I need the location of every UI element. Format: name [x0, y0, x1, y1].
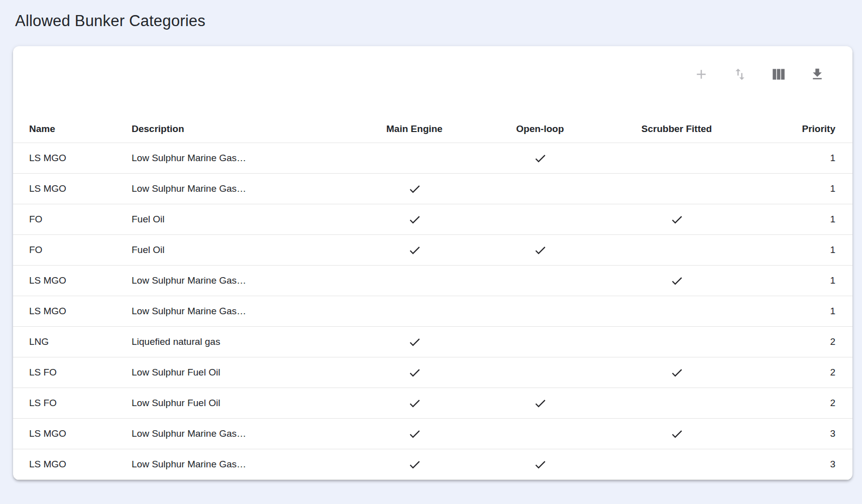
sort-arrows-icon	[732, 67, 747, 82]
check-icon	[408, 335, 421, 349]
cell-priority: 1	[750, 214, 835, 225]
download-button[interactable]	[806, 63, 828, 85]
check-icon	[408, 243, 421, 257]
table-row[interactable]: LS MGO Low Sulphur Marine Gas… 3	[13, 419, 852, 449]
cell-main-engine	[352, 335, 477, 349]
cell-main-engine	[352, 458, 477, 471]
column-header-open-loop[interactable]: Open-loop	[477, 123, 603, 135]
cell-main-engine	[352, 397, 477, 410]
table-row[interactable]: LS MGO Low Sulphur Marine Gas… 3	[13, 449, 852, 480]
bunker-categories-card: Name Description Main Engine Open-loop S…	[13, 46, 852, 480]
table-row[interactable]: LS MGO Low Sulphur Marine Gas… 1	[13, 296, 852, 327]
cell-description: Fuel Oil	[132, 214, 352, 225]
cell-priority: 2	[750, 398, 835, 409]
cell-priority: 1	[750, 244, 835, 256]
check-icon	[408, 213, 421, 226]
cell-priority: 2	[750, 367, 835, 378]
check-icon	[670, 366, 684, 380]
cell-name: LS MGO	[29, 183, 132, 194]
column-header-scrubber-fitted[interactable]: Scrubber Fitted	[603, 123, 750, 135]
column-header-name[interactable]: Name	[29, 123, 132, 135]
table-row[interactable]: LS FO Low Sulphur Fuel Oil 2	[13, 357, 852, 388]
check-icon	[533, 458, 547, 471]
cell-name: LS MGO	[29, 306, 132, 317]
cell-main-engine	[352, 182, 477, 196]
cell-name: FO	[29, 244, 132, 256]
plus-icon	[694, 67, 709, 82]
cell-description: Low Sulphur Fuel Oil	[132, 398, 352, 409]
cell-main-engine	[352, 243, 477, 257]
cell-description: Low Sulphur Marine Gas…	[132, 183, 352, 194]
cell-name: LNG	[29, 336, 132, 347]
cell-open-loop	[477, 397, 603, 410]
cell-priority: 1	[750, 183, 835, 194]
page: Allowed Bunker Categories	[0, 0, 862, 480]
cell-open-loop	[477, 458, 603, 471]
column-header-main-engine[interactable]: Main Engine	[352, 123, 477, 135]
table-row[interactable]: LS MGO Low Sulphur Marine Gas… 1	[13, 266, 852, 296]
check-icon	[408, 397, 421, 410]
table-row[interactable]: LS MGO Low Sulphur Marine Gas… 1	[13, 143, 852, 174]
check-icon	[670, 427, 684, 441]
add-button[interactable]	[690, 63, 712, 85]
download-icon	[810, 67, 825, 82]
cell-scrubber-fitted	[603, 427, 750, 441]
columns-icon	[771, 67, 786, 82]
table-row[interactable]: FO Fuel Oil 1	[13, 235, 852, 266]
cell-priority: 3	[750, 459, 835, 470]
sort-button[interactable]	[729, 63, 751, 85]
column-header-priority[interactable]: Priority	[750, 123, 835, 135]
cell-description: Low Sulphur Marine Gas…	[132, 153, 352, 164]
cell-name: LS MGO	[29, 428, 132, 439]
cell-priority: 1	[750, 306, 835, 317]
cell-description: Fuel Oil	[132, 244, 352, 256]
table-row[interactable]: LS MGO Low Sulphur Marine Gas… 1	[13, 174, 852, 204]
cell-priority: 2	[750, 336, 835, 347]
cell-description: Liquefied natural gas	[132, 336, 352, 347]
check-icon	[533, 152, 547, 165]
cell-priority: 3	[750, 428, 835, 439]
check-icon	[408, 458, 421, 471]
cell-scrubber-fitted	[603, 366, 750, 380]
column-header-description[interactable]: Description	[132, 123, 352, 135]
table-row[interactable]: LNG Liquefied natural gas 2	[13, 327, 852, 357]
table-body: LS MGO Low Sulphur Marine Gas… 1 LS MGO	[13, 143, 852, 480]
cell-main-engine	[352, 366, 477, 380]
cell-open-loop	[477, 152, 603, 165]
cell-description: Low Sulphur Marine Gas…	[132, 459, 352, 470]
check-icon	[533, 243, 547, 257]
columns-button[interactable]	[768, 63, 790, 85]
check-icon	[670, 274, 684, 288]
check-icon	[408, 182, 421, 196]
check-icon	[408, 366, 421, 380]
cell-name: FO	[29, 214, 132, 225]
cell-name: LS FO	[29, 398, 132, 409]
page-title: Allowed Bunker Categories	[15, 11, 852, 31]
cell-scrubber-fitted	[603, 274, 750, 288]
table-toolbar	[13, 46, 852, 115]
cell-main-engine	[352, 427, 477, 441]
check-icon	[670, 213, 684, 226]
cell-priority: 1	[750, 153, 835, 164]
table-header-row: Name Description Main Engine Open-loop S…	[13, 115, 852, 143]
cell-name: LS MGO	[29, 275, 132, 286]
cell-name: LS MGO	[29, 153, 132, 164]
cell-description: Low Sulphur Marine Gas…	[132, 306, 352, 317]
check-icon	[408, 427, 421, 441]
cell-scrubber-fitted	[603, 213, 750, 226]
cell-open-loop	[477, 243, 603, 257]
cell-main-engine	[352, 213, 477, 226]
cell-priority: 1	[750, 275, 835, 286]
cell-description: Low Sulphur Marine Gas…	[132, 275, 352, 286]
cell-name: LS MGO	[29, 459, 132, 470]
check-icon	[533, 397, 547, 410]
cell-name: LS FO	[29, 367, 132, 378]
cell-description: Low Sulphur Marine Gas…	[132, 428, 352, 439]
cell-description: Low Sulphur Fuel Oil	[132, 367, 352, 378]
table-row[interactable]: LS FO Low Sulphur Fuel Oil 2	[13, 388, 852, 419]
table-row[interactable]: FO Fuel Oil 1	[13, 204, 852, 235]
